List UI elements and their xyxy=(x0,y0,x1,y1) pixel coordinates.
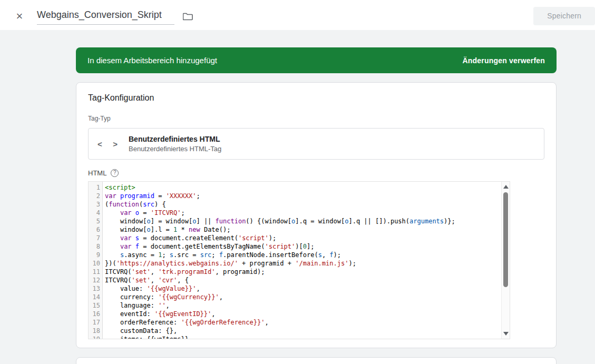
section-title: Tag-Konfiguration xyxy=(88,93,154,103)
tag-type-label: Tag-Typ xyxy=(88,115,111,122)
close-icon[interactable]: × xyxy=(14,11,25,22)
code-line[interactable]: 5 window[o] = window[o] || function() {(… xyxy=(89,217,501,225)
line-number: 1 xyxy=(89,183,100,192)
line-number: 10 xyxy=(89,259,100,268)
line-number: 15 xyxy=(89,301,100,310)
line-number: 9 xyxy=(89,251,100,259)
code-line[interactable]: 7 var s = document.createElement('script… xyxy=(89,234,501,242)
content-area: In diesem Arbeitsbereich hinzugefügt Änd… xyxy=(0,30,595,364)
line-number: 4 xyxy=(89,209,100,217)
tag-type-card[interactable]: < > Benutzerdefiniertes HTML Benutzerdef… xyxy=(88,128,544,160)
banner-message: In diesem Arbeitsbereich hinzugefügt xyxy=(87,56,217,65)
line-number: 18 xyxy=(89,327,100,335)
code-brackets-icon: < > xyxy=(89,140,129,149)
line-number: 13 xyxy=(89,284,100,293)
code-line[interactable]: 2var programid = 'XXXXXX'; xyxy=(89,192,501,200)
line-number: 6 xyxy=(89,225,100,234)
save-button[interactable]: Speichern xyxy=(533,7,595,25)
code-line[interactable]: 16 eventId: '{{wgEventID}}', xyxy=(89,310,501,318)
code-line[interactable]: 9 s.async = 1; s.src = src; f.parentNode… xyxy=(89,251,501,259)
scrollbar-up-arrow-icon[interactable] xyxy=(503,185,509,189)
code-line[interactable]: 12ITCVRQ('set', 'cvr', { xyxy=(89,276,501,284)
scrollbar-thumb[interactable] xyxy=(503,192,508,287)
line-number: 3 xyxy=(89,200,100,209)
help-icon[interactable]: ? xyxy=(111,169,119,177)
next-section-card[interactable] xyxy=(76,357,557,364)
code-line[interactable]: 8 var f = document.getElementsByTagName(… xyxy=(89,242,501,251)
code-line[interactable]: 4 var o = 'ITCVRQ'; xyxy=(89,209,501,217)
html-field-label-row: HTML ? xyxy=(88,169,119,177)
line-number: 17 xyxy=(89,318,100,327)
top-bar: × Webgains_Conversion_Skript Speichern xyxy=(0,0,595,30)
code-line[interactable]: 15 language: '', xyxy=(89,301,501,310)
code-line[interactable]: 13 value: '{{wgValue}}', xyxy=(89,284,501,293)
tag-title-input[interactable]: Webgains_Conversion_Skript xyxy=(37,9,174,25)
html-field-label: HTML xyxy=(88,169,106,177)
folder-icon[interactable] xyxy=(183,12,193,21)
tag-configuration-card: Tag-Konfiguration Tag-Typ < > Benutzerde… xyxy=(76,82,557,348)
html-code-editor[interactable]: 1<script>2var programid = 'XXXXXX';3(fun… xyxy=(88,181,510,339)
code-line[interactable]: 14 currency: '{{wgCurrency}}', xyxy=(89,293,501,301)
code-line[interactable]: 19 items: {{wgItems}} xyxy=(89,335,501,339)
code-lines[interactable]: 1<script>2var programid = 'XXXXXX';3(fun… xyxy=(89,183,501,339)
line-number: 8 xyxy=(89,242,100,251)
code-line[interactable]: 17 orderReference: '{{wgOrderReference}}… xyxy=(89,318,501,327)
line-number: 14 xyxy=(89,293,100,301)
workspace-banner: In diesem Arbeitsbereich hinzugefügt Änd… xyxy=(76,47,557,73)
tag-type-name: Benutzerdefiniertes HTML xyxy=(129,135,221,143)
line-number: 2 xyxy=(89,192,100,200)
code-line[interactable]: 10})('https://analytics.webgains.io/' + … xyxy=(89,259,501,268)
line-number: 7 xyxy=(89,234,100,242)
gtm-tag-editor: { "colors": { "banner_green": "#188038",… xyxy=(0,0,595,364)
code-line[interactable]: 11ITCVRQ('set', 'trk.programId', program… xyxy=(89,268,501,276)
line-number: 16 xyxy=(89,310,100,318)
line-number: 12 xyxy=(89,276,100,284)
discard-changes-button[interactable]: Änderungen verwerfen xyxy=(463,56,545,65)
editor-scrollbar[interactable] xyxy=(501,182,510,339)
scrollbar-down-arrow-icon[interactable] xyxy=(503,332,509,336)
code-line[interactable]: 3(function(src) { xyxy=(89,200,501,209)
line-number: 5 xyxy=(89,217,100,225)
line-number: 11 xyxy=(89,268,100,276)
tag-type-description: Benutzerdefiniertes HTML-Tag xyxy=(129,145,221,153)
code-line[interactable]: 1<script> xyxy=(89,183,501,192)
line-number: 19 xyxy=(89,335,100,339)
code-line[interactable]: 6 window[o].l = 1 * new Date(); xyxy=(89,225,501,234)
code-line[interactable]: 18 customData: {}, xyxy=(89,327,501,335)
